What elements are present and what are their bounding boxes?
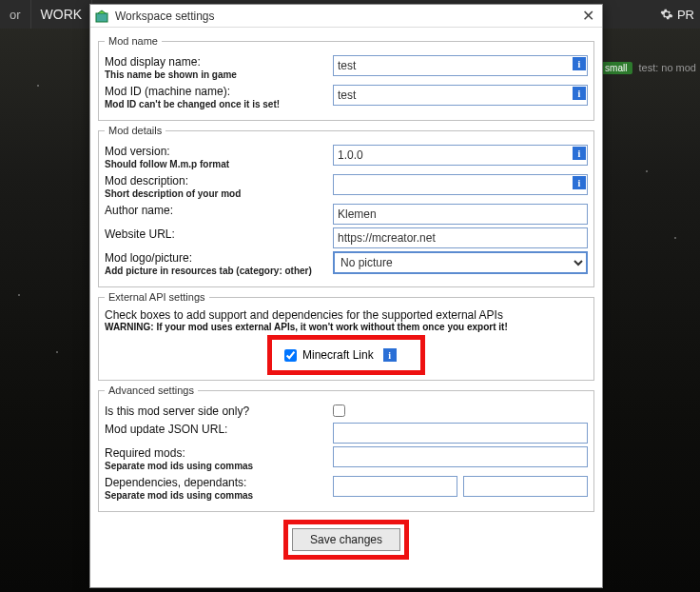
status-row: small test: no mod <box>599 57 700 78</box>
gear-icon <box>660 8 673 21</box>
logo-sub: Add picture in resources tab (category: … <box>105 265 333 278</box>
version-label: Mod version: <box>105 145 170 158</box>
display-name-sub: This name be shown in game <box>105 69 333 82</box>
minecraft-link-checkbox[interactable] <box>284 349 297 362</box>
topbar-item-workspace[interactable]: WORK <box>31 0 93 29</box>
info-icon[interactable]: i <box>573 87 586 100</box>
external-api-warn: WARNING: If your mod uses external APIs,… <box>105 322 588 332</box>
save-highlight: Save changes <box>283 520 409 560</box>
app-icon <box>94 9 109 24</box>
display-name-input[interactable] <box>333 55 588 76</box>
display-name-label: Mod display name: <box>105 55 201 69</box>
status-tag: small <box>599 62 632 74</box>
logo-label: Mod logo/picture: <box>105 251 192 265</box>
dependencies-input-a[interactable] <box>333 476 457 497</box>
description-input[interactable] <box>333 174 588 195</box>
minecraft-link-box: Minecraft Link i <box>270 338 422 372</box>
description-sub: Short description of your mod <box>105 187 333 201</box>
description-label: Mod description: <box>105 174 188 187</box>
info-icon[interactable]: i <box>573 147 586 160</box>
required-mods-input[interactable] <box>333 446 588 467</box>
info-icon[interactable]: i <box>573 176 586 189</box>
advanced-settings-legend: Advanced settings <box>105 385 198 396</box>
topbar-settings[interactable]: PR <box>654 8 700 22</box>
topbar-settings-label: PR <box>677 8 694 22</box>
mod-details-legend: Mod details <box>105 125 165 136</box>
server-side-checkbox[interactable] <box>333 405 345 417</box>
author-label: Author name: <box>105 204 173 217</box>
required-mods-label: Required mods: <box>105 446 185 460</box>
svg-rect-0 <box>96 13 107 22</box>
dialog-titlebar: Workspace settings ✕ <box>90 5 602 28</box>
server-side-label: Is this mod server side only? <box>105 405 249 418</box>
mod-id-sub: Mod ID can't be changed once it is set! <box>105 98 333 111</box>
required-mods-sub: Separate mod ids using commas <box>105 460 333 473</box>
external-api-group: External API settings Check boxes to add… <box>98 291 594 381</box>
info-icon[interactable]: i <box>383 348 397 362</box>
topbar-item-or[interactable]: or <box>0 0 31 29</box>
mod-id-input[interactable] <box>333 85 588 106</box>
website-input[interactable] <box>333 227 588 248</box>
status-text: test: no mod <box>638 62 696 73</box>
update-url-label: Mod update JSON URL: <box>105 423 227 436</box>
mod-id-label: Mod ID (machine name): <box>105 85 230 98</box>
mod-name-legend: Mod name <box>105 35 162 47</box>
mod-details-group: Mod details Mod version: Should follow M… <box>98 125 594 287</box>
workspace-settings-dialog: Workspace settings ✕ Mod name Mod displa… <box>89 4 603 588</box>
version-input[interactable] <box>333 145 588 166</box>
external-api-desc: Check boxes to add support and dependenc… <box>105 308 588 322</box>
close-icon[interactable]: ✕ <box>577 7 598 25</box>
author-input[interactable] <box>333 204 588 225</box>
logo-select[interactable]: No picture <box>333 251 588 274</box>
dependants-input-b[interactable] <box>463 476 588 497</box>
external-api-legend: External API settings <box>105 291 209 303</box>
advanced-settings-group: Advanced settings Is this mod server sid… <box>98 385 594 512</box>
dependencies-label: Dependencies, dependants: <box>105 476 246 489</box>
dependencies-sub: Separate mod ids using commas <box>105 489 333 503</box>
update-url-input[interactable] <box>333 423 588 444</box>
save-button[interactable]: Save changes <box>292 528 400 551</box>
info-icon[interactable]: i <box>573 57 586 70</box>
dialog-title: Workspace settings <box>115 10 577 23</box>
minecraft-link-label: Minecraft Link <box>302 348 374 362</box>
mod-name-group: Mod name Mod display name: This name be … <box>98 35 594 121</box>
version-sub: Should follow M.m.p format <box>105 158 333 171</box>
website-label: Website URL: <box>105 227 175 241</box>
